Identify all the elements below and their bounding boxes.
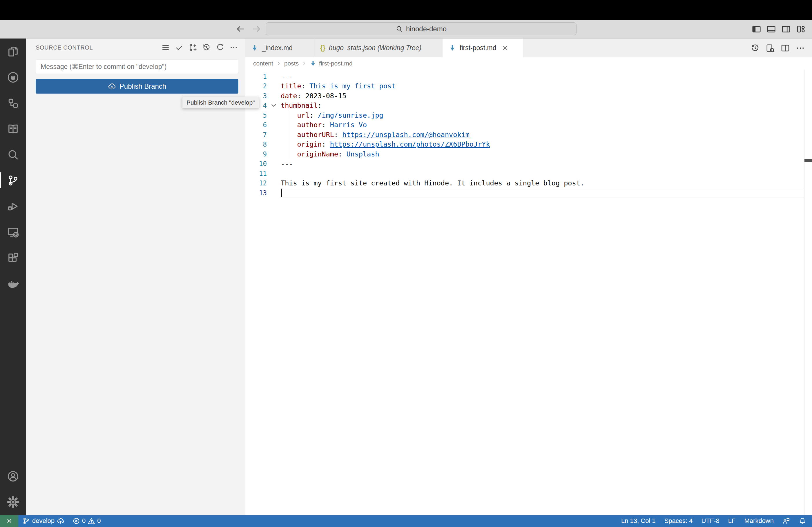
tab-label: _index.md bbox=[262, 44, 293, 52]
chevron-right-icon bbox=[276, 61, 281, 66]
code-line[interactable]: 11 bbox=[245, 169, 812, 179]
line-col-indicator[interactable]: Ln 13, Col 1 bbox=[621, 517, 656, 525]
overview-ruler-cursor-mark bbox=[804, 159, 812, 162]
code-line[interactable]: 1--- bbox=[245, 72, 812, 81]
code-line[interactable]: 7 authorURL: https://unsplash.com/@hoanv… bbox=[245, 130, 812, 140]
github-icon[interactable] bbox=[0, 64, 26, 90]
warning-icon bbox=[88, 517, 95, 525]
code-text: thumbnail: bbox=[281, 101, 322, 109]
activity-bar bbox=[0, 39, 26, 515]
code-line[interactable]: 5 url: /img/sunrise.jpg bbox=[245, 110, 812, 120]
refresh-icon[interactable] bbox=[216, 43, 224, 52]
code-line[interactable]: 4thumbnail: bbox=[245, 101, 812, 111]
tab-label: first-post.md bbox=[460, 44, 496, 52]
editor-group: _index.md {} hugo_stats.json (Working Tr… bbox=[245, 39, 812, 515]
code-line[interactable]: 10--- bbox=[245, 159, 812, 169]
indentation-indicator[interactable]: Spaces: 4 bbox=[664, 517, 693, 525]
line-number: 11 bbox=[245, 170, 267, 177]
encoding-indicator[interactable]: UTF-8 bbox=[701, 517, 720, 525]
eol-indicator[interactable]: LF bbox=[728, 517, 736, 525]
error-icon bbox=[72, 517, 80, 525]
extensions-icon[interactable] bbox=[0, 245, 26, 271]
line-number: 5 bbox=[245, 111, 267, 119]
split-editor-icon[interactable] bbox=[781, 43, 790, 53]
problems-status-item[interactable]: 0 0 bbox=[72, 517, 101, 525]
breadcrumb-item[interactable]: content bbox=[253, 60, 273, 67]
account-icon[interactable] bbox=[0, 463, 26, 489]
customize-layout-icon[interactable] bbox=[796, 24, 806, 34]
code-line[interactable]: 13 bbox=[245, 188, 812, 198]
status-bar: develop 0 0 Ln 13, Col 1 Spaces: 4 UTF-8… bbox=[0, 515, 812, 527]
breadcrumb-item[interactable]: posts bbox=[284, 60, 299, 67]
run-and-debug-icon[interactable] bbox=[0, 193, 26, 219]
open-preview-icon[interactable] bbox=[766, 43, 775, 53]
publish-cloud-icon bbox=[57, 517, 64, 525]
command-center-search[interactable]: hinode-demo bbox=[266, 22, 577, 35]
remote-indicator[interactable] bbox=[0, 515, 18, 527]
breadcrumb: content posts first-post.md bbox=[245, 57, 812, 70]
nav-back-icon[interactable] bbox=[235, 24, 245, 34]
close-tab-icon[interactable] bbox=[502, 45, 508, 51]
toggle-panel-icon[interactable] bbox=[767, 24, 776, 34]
view-as-list-icon[interactable] bbox=[161, 43, 170, 52]
commit-message-input[interactable] bbox=[36, 59, 238, 74]
search-icon[interactable] bbox=[0, 142, 26, 167]
markdown-file-icon bbox=[310, 60, 316, 67]
fold-chevron-down-icon[interactable] bbox=[267, 102, 281, 109]
code-line[interactable]: 9 originName: Unsplash bbox=[245, 149, 812, 159]
line-number: 6 bbox=[245, 121, 267, 129]
commit-check-icon[interactable] bbox=[175, 43, 184, 52]
tab-bar: _index.md {} hugo_stats.json (Working Tr… bbox=[245, 39, 812, 57]
settings-gear-icon[interactable] bbox=[0, 489, 26, 515]
cloud-upload-icon bbox=[108, 82, 116, 90]
project-hierarchy-icon[interactable] bbox=[0, 90, 26, 116]
code-editor[interactable]: 1---2title: This is my first post3date: … bbox=[245, 70, 812, 515]
source-control-header: SOURCE CONTROL bbox=[26, 39, 245, 57]
code-line[interactable]: 8 origin: https://unsplash.com/photos/ZX… bbox=[245, 140, 812, 150]
explorer-icon[interactable] bbox=[0, 39, 26, 64]
code-text: --- bbox=[281, 72, 293, 80]
code-text: --- bbox=[281, 160, 293, 168]
notifications-bell-icon[interactable] bbox=[799, 517, 806, 525]
line-number: 1 bbox=[245, 73, 267, 80]
error-count: 0 bbox=[82, 517, 86, 525]
more-actions-icon[interactable] bbox=[229, 43, 238, 52]
tab-index-md[interactable]: _index.md bbox=[245, 39, 314, 57]
code-text: originName: Unsplash bbox=[281, 150, 379, 158]
tab-first-post-md[interactable]: first-post.md bbox=[443, 39, 523, 57]
code-line[interactable]: 3date: 2023-08-15 bbox=[245, 91, 812, 101]
code-text: This is my first site created with Hinod… bbox=[281, 179, 584, 187]
line-number: 7 bbox=[245, 131, 267, 138]
json-file-icon: {} bbox=[320, 44, 325, 52]
line-number: 10 bbox=[245, 160, 267, 167]
nav-forward-icon[interactable] bbox=[252, 24, 262, 34]
branch-name: develop bbox=[32, 517, 55, 525]
feedback-icon[interactable] bbox=[782, 517, 790, 525]
code-line[interactable]: 6 author: Harris Vo bbox=[245, 120, 812, 130]
breadcrumb-item[interactable]: first-post.md bbox=[319, 60, 353, 67]
toggle-secondary-sidebar-icon[interactable] bbox=[781, 24, 791, 34]
branch-status-item[interactable]: develop bbox=[22, 517, 64, 525]
title-bar: hinode-demo bbox=[0, 20, 812, 39]
tab-hugo-stats-json[interactable]: {} hugo_stats.json (Working Tree) bbox=[314, 39, 443, 57]
history-icon[interactable] bbox=[202, 43, 211, 52]
code-line[interactable]: 12This is my first site created with Hin… bbox=[245, 179, 812, 188]
docker-icon[interactable] bbox=[0, 271, 26, 296]
timeline-history-icon[interactable] bbox=[751, 43, 760, 53]
overview-ruler bbox=[804, 70, 805, 515]
more-actions-icon[interactable] bbox=[796, 43, 805, 53]
toggle-primary-sidebar-icon[interactable] bbox=[752, 24, 761, 34]
publish-branch-label: Publish Branch bbox=[119, 82, 166, 90]
publish-branch-button[interactable]: Publish Branch bbox=[36, 79, 238, 94]
line-number: 12 bbox=[245, 179, 267, 187]
remote-explorer-icon[interactable] bbox=[0, 219, 26, 245]
code-text: author: Harris Vo bbox=[281, 121, 367, 129]
branch-create-icon[interactable] bbox=[188, 43, 197, 52]
language-mode-indicator[interactable]: Markdown bbox=[744, 517, 774, 525]
docs-book-icon[interactable] bbox=[0, 116, 26, 142]
code-line[interactable]: 2title: This is my first post bbox=[245, 81, 812, 91]
code-text: authorURL: https://unsplash.com/@hoanvok… bbox=[281, 131, 469, 139]
source-control-sidebar: SOURCE CONTROL Publish Branch bbox=[26, 39, 245, 515]
code-text: date: 2023-08-15 bbox=[281, 92, 346, 100]
source-control-icon[interactable] bbox=[0, 167, 26, 193]
